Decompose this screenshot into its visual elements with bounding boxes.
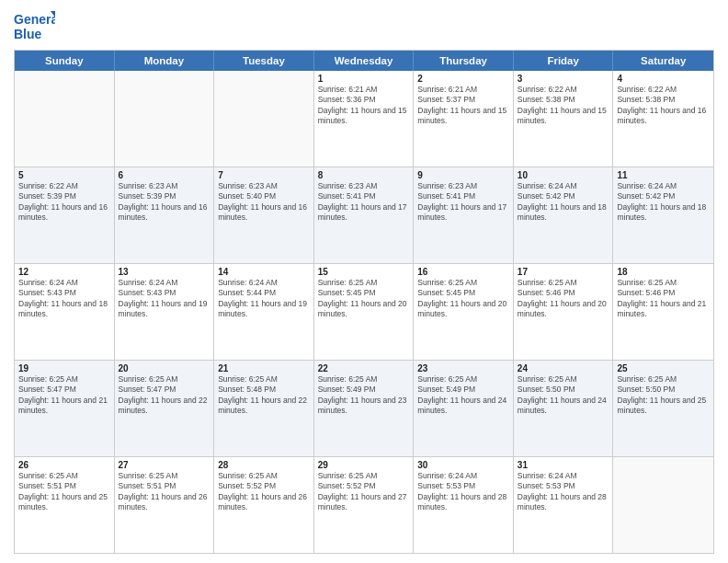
- cell-info: Sunrise: 6:22 AM Sunset: 5:38 PM Dayligh…: [617, 85, 710, 127]
- day-number: 20: [119, 363, 210, 373]
- cell-info: Sunrise: 6:24 AM Sunset: 5:53 PM Dayligh…: [518, 471, 609, 513]
- cal-day-15: 15Sunrise: 6:25 AM Sunset: 5:45 PM Dayli…: [314, 264, 415, 360]
- day-number: 23: [417, 363, 509, 373]
- svg-text:General: General: [14, 12, 55, 27]
- cal-week-4: 19Sunrise: 6:25 AM Sunset: 5:47 PM Dayli…: [15, 360, 713, 456]
- cal-day-24: 24Sunrise: 6:25 AM Sunset: 5:50 PM Dayli…: [514, 361, 614, 456]
- logo: General Blue: [14, 9, 55, 44]
- cal-day-7: 7Sunrise: 6:23 AM Sunset: 5:40 PM Daylig…: [214, 167, 314, 263]
- day-number: 5: [18, 170, 110, 180]
- cal-week-3: 12Sunrise: 6:24 AM Sunset: 5:43 PM Dayli…: [15, 263, 713, 360]
- day-number: 10: [518, 170, 609, 180]
- day-number: 22: [318, 363, 410, 373]
- cal-day-8: 8Sunrise: 6:23 AM Sunset: 5:41 PM Daylig…: [314, 167, 415, 263]
- day-number: 19: [18, 363, 110, 373]
- header-day-thursday: Thursday: [414, 51, 514, 71]
- cell-info: Sunrise: 6:24 AM Sunset: 5:53 PM Dayligh…: [417, 471, 509, 513]
- header-day-saturday: Saturday: [613, 51, 713, 71]
- day-number: 6: [119, 170, 210, 180]
- cal-day-16: 16Sunrise: 6:25 AM Sunset: 5:45 PM Dayli…: [414, 264, 514, 360]
- cal-day-21: 21Sunrise: 6:25 AM Sunset: 5:48 PM Dayli…: [214, 361, 314, 456]
- header-day-monday: Monday: [115, 51, 215, 71]
- cal-day-6: 6Sunrise: 6:23 AM Sunset: 5:39 PM Daylig…: [115, 167, 215, 263]
- cell-info: Sunrise: 6:23 AM Sunset: 5:41 PM Dayligh…: [318, 181, 410, 224]
- day-number: 17: [518, 267, 609, 277]
- day-number: 18: [617, 267, 710, 277]
- cal-day-5: 5Sunrise: 6:22 AM Sunset: 5:39 PM Daylig…: [15, 167, 115, 263]
- cal-week-5: 26Sunrise: 6:25 AM Sunset: 5:51 PM Dayli…: [15, 456, 713, 553]
- cal-empty: [613, 457, 713, 553]
- cell-info: Sunrise: 6:23 AM Sunset: 5:39 PM Dayligh…: [119, 181, 210, 224]
- day-number: 8: [318, 170, 410, 180]
- cell-info: Sunrise: 6:25 AM Sunset: 5:46 PM Dayligh…: [617, 278, 710, 320]
- logo-svg: General Blue: [14, 9, 55, 44]
- day-number: 11: [617, 170, 710, 180]
- cal-empty: [15, 71, 115, 167]
- day-number: 25: [617, 363, 710, 373]
- calendar-body: 1Sunrise: 6:21 AM Sunset: 5:36 PM Daylig…: [15, 71, 713, 553]
- cal-week-2: 5Sunrise: 6:22 AM Sunset: 5:39 PM Daylig…: [15, 167, 713, 263]
- cell-info: Sunrise: 6:25 AM Sunset: 5:47 PM Dayligh…: [18, 374, 110, 417]
- cell-info: Sunrise: 6:25 AM Sunset: 5:51 PM Dayligh…: [119, 471, 210, 513]
- day-number: 14: [218, 267, 310, 277]
- cell-info: Sunrise: 6:25 AM Sunset: 5:50 PM Dayligh…: [518, 374, 609, 417]
- cal-day-26: 26Sunrise: 6:25 AM Sunset: 5:51 PM Dayli…: [15, 457, 115, 553]
- cal-day-19: 19Sunrise: 6:25 AM Sunset: 5:47 PM Dayli…: [15, 361, 115, 456]
- day-number: 29: [318, 460, 410, 470]
- cal-day-29: 29Sunrise: 6:25 AM Sunset: 5:52 PM Dayli…: [314, 457, 415, 553]
- day-number: 9: [417, 170, 509, 180]
- day-number: 4: [617, 74, 710, 84]
- day-number: 24: [518, 363, 609, 373]
- header: General Blue: [14, 9, 714, 44]
- day-number: 27: [119, 460, 210, 470]
- cal-day-17: 17Sunrise: 6:25 AM Sunset: 5:46 PM Dayli…: [514, 264, 614, 360]
- cell-info: Sunrise: 6:25 AM Sunset: 5:46 PM Dayligh…: [518, 278, 609, 320]
- cell-info: Sunrise: 6:24 AM Sunset: 5:42 PM Dayligh…: [518, 181, 609, 224]
- cell-info: Sunrise: 6:25 AM Sunset: 5:51 PM Dayligh…: [18, 471, 110, 513]
- cal-day-30: 30Sunrise: 6:24 AM Sunset: 5:53 PM Dayli…: [414, 457, 514, 553]
- cal-day-11: 11Sunrise: 6:24 AM Sunset: 5:42 PM Dayli…: [613, 167, 713, 263]
- cell-info: Sunrise: 6:22 AM Sunset: 5:38 PM Dayligh…: [518, 85, 609, 127]
- header-day-tuesday: Tuesday: [214, 51, 314, 71]
- day-number: 7: [218, 170, 310, 180]
- cal-day-20: 20Sunrise: 6:25 AM Sunset: 5:47 PM Dayli…: [115, 361, 215, 456]
- day-number: 13: [119, 267, 210, 277]
- day-number: 1: [318, 74, 410, 84]
- cal-day-9: 9Sunrise: 6:23 AM Sunset: 5:41 PM Daylig…: [414, 167, 514, 263]
- cell-info: Sunrise: 6:23 AM Sunset: 5:41 PM Dayligh…: [417, 181, 509, 224]
- cal-day-12: 12Sunrise: 6:24 AM Sunset: 5:43 PM Dayli…: [15, 264, 115, 360]
- day-number: 12: [18, 267, 110, 277]
- day-number: 26: [18, 460, 110, 470]
- cell-info: Sunrise: 6:24 AM Sunset: 5:43 PM Dayligh…: [119, 278, 210, 320]
- day-number: 21: [218, 363, 310, 373]
- header-day-wednesday: Wednesday: [314, 51, 415, 71]
- cell-info: Sunrise: 6:24 AM Sunset: 5:44 PM Dayligh…: [218, 278, 310, 320]
- cell-info: Sunrise: 6:25 AM Sunset: 5:49 PM Dayligh…: [318, 374, 410, 417]
- cal-day-31: 31Sunrise: 6:24 AM Sunset: 5:53 PM Dayli…: [514, 457, 614, 553]
- day-number: 2: [417, 74, 509, 84]
- page: General Blue SundayMondayTuesdayWednesda…: [0, 0, 728, 563]
- day-number: 15: [318, 267, 410, 277]
- cell-info: Sunrise: 6:25 AM Sunset: 5:49 PM Dayligh…: [417, 374, 509, 417]
- cal-day-13: 13Sunrise: 6:24 AM Sunset: 5:43 PM Dayli…: [115, 264, 215, 360]
- header-day-friday: Friday: [514, 51, 614, 71]
- cell-info: Sunrise: 6:25 AM Sunset: 5:50 PM Dayligh…: [617, 374, 710, 417]
- svg-text:Blue: Blue: [14, 27, 42, 41]
- cal-day-18: 18Sunrise: 6:25 AM Sunset: 5:46 PM Dayli…: [613, 264, 713, 360]
- day-number: 3: [518, 74, 609, 84]
- cal-day-22: 22Sunrise: 6:25 AM Sunset: 5:49 PM Dayli…: [314, 361, 415, 456]
- cell-info: Sunrise: 6:25 AM Sunset: 5:45 PM Dayligh…: [417, 278, 509, 320]
- cell-info: Sunrise: 6:25 AM Sunset: 5:45 PM Dayligh…: [318, 278, 410, 320]
- cal-day-10: 10Sunrise: 6:24 AM Sunset: 5:42 PM Dayli…: [514, 167, 614, 263]
- cell-info: Sunrise: 6:25 AM Sunset: 5:47 PM Dayligh…: [119, 374, 210, 417]
- cal-day-23: 23Sunrise: 6:25 AM Sunset: 5:49 PM Dayli…: [414, 361, 514, 456]
- day-number: 31: [518, 460, 609, 470]
- cal-day-27: 27Sunrise: 6:25 AM Sunset: 5:51 PM Dayli…: [115, 457, 215, 553]
- cal-day-25: 25Sunrise: 6:25 AM Sunset: 5:50 PM Dayli…: [613, 361, 713, 456]
- calendar-header: SundayMondayTuesdayWednesdayThursdayFrid…: [15, 51, 713, 71]
- cal-empty: [115, 71, 215, 167]
- day-number: 30: [417, 460, 509, 470]
- day-number: 16: [417, 267, 509, 277]
- cell-info: Sunrise: 6:25 AM Sunset: 5:52 PM Dayligh…: [318, 471, 410, 513]
- cell-info: Sunrise: 6:24 AM Sunset: 5:42 PM Dayligh…: [617, 181, 710, 224]
